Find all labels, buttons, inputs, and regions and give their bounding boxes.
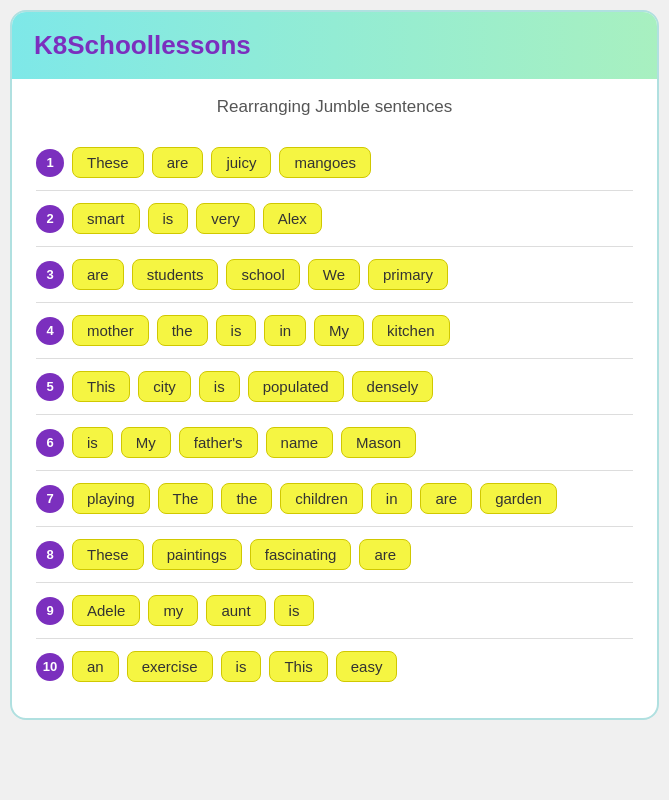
sentence-number: 9: [36, 597, 64, 625]
word-tag[interactable]: mother: [72, 315, 149, 346]
word-tag[interactable]: juicy: [211, 147, 271, 178]
word-tag[interactable]: smart: [72, 203, 140, 234]
sentence-row: 2smartisveryAlex: [36, 191, 633, 247]
word-tag[interactable]: Adele: [72, 595, 140, 626]
word-tag[interactable]: name: [266, 427, 334, 458]
sentence-row: 7playingThethechildreninaregarden: [36, 471, 633, 527]
content-area: Rearranging Jumble sentences 1Theseareju…: [12, 79, 657, 718]
word-tag[interactable]: is: [274, 595, 315, 626]
sentence-row: 9Adelemyauntis: [36, 583, 633, 639]
word-tag[interactable]: is: [199, 371, 240, 402]
word-tag[interactable]: is: [216, 315, 257, 346]
word-tag[interactable]: an: [72, 651, 119, 682]
word-tag[interactable]: very: [196, 203, 254, 234]
sentence-row: 4mothertheisinMykitchen: [36, 303, 633, 359]
sentence-number: 7: [36, 485, 64, 513]
app-title: K8Schoollessons: [34, 30, 251, 60]
word-tag[interactable]: My: [121, 427, 171, 458]
sentence-row: 1Thesearejuicymangoes: [36, 135, 633, 191]
word-tag[interactable]: These: [72, 147, 144, 178]
word-tag[interactable]: my: [148, 595, 198, 626]
sentence-number: 5: [36, 373, 64, 401]
header: K8Schoollessons: [12, 12, 657, 79]
word-tag[interactable]: are: [72, 259, 124, 290]
word-tag[interactable]: is: [148, 203, 189, 234]
word-tag[interactable]: exercise: [127, 651, 213, 682]
sentence-number: 4: [36, 317, 64, 345]
word-tag[interactable]: are: [420, 483, 472, 514]
word-tag[interactable]: Mason: [341, 427, 416, 458]
word-tag[interactable]: This: [269, 651, 327, 682]
sentence-number: 3: [36, 261, 64, 289]
sentence-number: 2: [36, 205, 64, 233]
word-tag[interactable]: We: [308, 259, 360, 290]
word-tag[interactable]: mangoes: [279, 147, 371, 178]
word-tag[interactable]: garden: [480, 483, 557, 514]
word-tag[interactable]: primary: [368, 259, 448, 290]
sentence-number: 10: [36, 653, 64, 681]
sentence-row: 8Thesepaintingsfascinatingare: [36, 527, 633, 583]
word-tag[interactable]: kitchen: [372, 315, 450, 346]
word-tag[interactable]: the: [221, 483, 272, 514]
word-tag[interactable]: are: [152, 147, 204, 178]
word-tag[interactable]: populated: [248, 371, 344, 402]
main-card: K8Schoollessons Rearranging Jumble sente…: [10, 10, 659, 720]
word-tag[interactable]: students: [132, 259, 219, 290]
page-title: Rearranging Jumble sentences: [36, 97, 633, 117]
sentence-row: 6isMyfather'snameMason: [36, 415, 633, 471]
word-tag[interactable]: in: [264, 315, 306, 346]
sentence-number: 6: [36, 429, 64, 457]
word-tag[interactable]: The: [158, 483, 214, 514]
word-tag[interactable]: city: [138, 371, 191, 402]
word-tag[interactable]: is: [72, 427, 113, 458]
word-tag[interactable]: densely: [352, 371, 434, 402]
word-tag[interactable]: fascinating: [250, 539, 352, 570]
word-tag[interactable]: My: [314, 315, 364, 346]
sentence-row: 10anexerciseisThiseasy: [36, 639, 633, 694]
word-tag[interactable]: easy: [336, 651, 398, 682]
word-tag[interactable]: school: [226, 259, 299, 290]
word-tag[interactable]: father's: [179, 427, 258, 458]
sentence-number: 1: [36, 149, 64, 177]
word-tag[interactable]: aunt: [206, 595, 265, 626]
word-tag[interactable]: children: [280, 483, 363, 514]
word-tag[interactable]: paintings: [152, 539, 242, 570]
word-tag[interactable]: This: [72, 371, 130, 402]
sentences-container: 1Thesearejuicymangoes2smartisveryAlex3ar…: [36, 135, 633, 694]
word-tag[interactable]: the: [157, 315, 208, 346]
word-tag[interactable]: in: [371, 483, 413, 514]
word-tag[interactable]: is: [221, 651, 262, 682]
word-tag[interactable]: are: [359, 539, 411, 570]
sentence-row: 3arestudentsschoolWeprimary: [36, 247, 633, 303]
sentence-number: 8: [36, 541, 64, 569]
word-tag[interactable]: Alex: [263, 203, 322, 234]
sentence-row: 5Thiscityispopulateddensely: [36, 359, 633, 415]
word-tag[interactable]: playing: [72, 483, 150, 514]
word-tag[interactable]: These: [72, 539, 144, 570]
